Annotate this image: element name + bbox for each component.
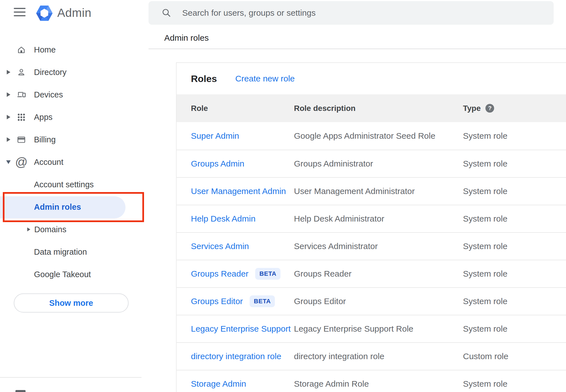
- divider: [0, 377, 142, 378]
- role-link[interactable]: Services Admin: [191, 241, 249, 251]
- role-type: System role: [463, 379, 507, 389]
- role-type: System role: [463, 159, 507, 168]
- sidebar-item-data-migration[interactable]: Data migration: [0, 241, 149, 263]
- role-link[interactable]: Groups Editor: [191, 297, 243, 306]
- apps-icon: [17, 112, 26, 122]
- sidebar-item-admin-roles[interactable]: Admin roles: [0, 196, 149, 218]
- breadcrumb: Admin roles: [164, 33, 209, 43]
- table-row[interactable]: Groups Editor BETA Groups Editor System …: [177, 287, 566, 315]
- devices-icon: [17, 90, 26, 100]
- role-type: System role: [463, 324, 507, 334]
- table-row[interactable]: Groups Reader BETA Groups Reader System …: [177, 260, 566, 287]
- beta-badge: BETA: [250, 295, 275, 307]
- role-link[interactable]: Groups Reader: [191, 269, 248, 279]
- admin-console-screen: { "topbar": { "app_name": "Admin" }, "se…: [0, 0, 566, 392]
- person-icon: [17, 67, 26, 77]
- sidebar-item-account[interactable]: @ Account: [0, 151, 149, 173]
- table-row[interactable]: directory integration role directory int…: [177, 342, 566, 370]
- expand-arrow-icon[interactable]: [5, 115, 12, 119]
- home-icon: [17, 45, 26, 55]
- role-description: Groups Editor: [294, 297, 346, 306]
- show-more-button[interactable]: Show more: [14, 293, 129, 313]
- table-header-row: Role Role description Type ?: [177, 94, 566, 122]
- role-link[interactable]: directory integration role: [191, 352, 281, 361]
- column-header-description: Role description: [294, 104, 355, 113]
- role-type: System role: [463, 269, 507, 279]
- sidebar-item-billing[interactable]: Billing: [0, 128, 149, 151]
- table-row[interactable]: Groups Admin Groups Administrator System…: [177, 150, 566, 177]
- role-type: System role: [463, 131, 507, 141]
- roles-table-body: Super Admin Google Apps Administrator Se…: [177, 122, 566, 392]
- sidebar-item-apps[interactable]: Apps: [0, 106, 149, 128]
- sidebar-item-directory[interactable]: Directory: [0, 61, 149, 83]
- billing-icon: [17, 135, 26, 145]
- expand-arrow-icon[interactable]: [5, 137, 12, 142]
- menu-bar: [14, 8, 26, 9]
- role-type: Custom role: [463, 352, 508, 361]
- search-icon: [161, 8, 172, 18]
- search-input[interactable]: [182, 8, 519, 18]
- role-link[interactable]: User Management Admin: [191, 186, 286, 196]
- table-row[interactable]: Legacy Enterprise Support Legacy Enterpr…: [177, 315, 566, 342]
- roles-card-header: Roles Create new role: [177, 63, 566, 94]
- role-description: Groups Reader: [294, 269, 352, 279]
- sidebar-item-devices[interactable]: Devices: [0, 83, 149, 106]
- sidebar-item-account-settings[interactable]: Account settings: [0, 173, 149, 196]
- menu-bar: [14, 12, 26, 13]
- role-type: System role: [463, 241, 507, 251]
- menu-icon[interactable]: [14, 8, 26, 16]
- table-row[interactable]: Help Desk Admin Help Desk Administrator …: [177, 205, 566, 232]
- role-description: User Management Administrator: [294, 186, 415, 196]
- role-description: directory integration role: [294, 352, 384, 361]
- app-title: Admin: [57, 6, 92, 20]
- expand-arrow-icon[interactable]: [27, 227, 31, 231]
- expand-arrow-icon[interactable]: [5, 92, 12, 97]
- role-link[interactable]: Legacy Enterprise Support: [191, 324, 291, 334]
- role-link[interactable]: Help Desk Admin: [191, 214, 255, 224]
- at-icon: @: [17, 157, 26, 167]
- table-row[interactable]: User Management Admin User Management Ad…: [177, 177, 566, 205]
- role-description: Storage Admin Role: [294, 379, 369, 389]
- sidebar: Home Directory Devices: [0, 38, 149, 286]
- column-header-role: Role: [191, 104, 208, 113]
- column-header-type: Type: [463, 104, 481, 113]
- table-row[interactable]: Services Admin Services Administrator Sy…: [177, 232, 566, 260]
- role-description: Services Administrator: [294, 241, 378, 251]
- sidebar-item-home[interactable]: Home: [0, 38, 149, 61]
- table-row[interactable]: Storage Admin Storage Admin Role System …: [177, 370, 566, 392]
- role-description: Help Desk Administrator: [294, 214, 384, 224]
- sidebar-item-google-takeout[interactable]: Google Takeout: [0, 263, 149, 286]
- role-type: System role: [463, 186, 507, 196]
- beta-badge: BETA: [255, 268, 280, 280]
- role-description: Google Apps Administrator Seed Role: [294, 131, 435, 141]
- role-type: System role: [463, 297, 507, 306]
- collapse-arrow-icon[interactable]: [5, 160, 12, 164]
- role-type: System role: [463, 214, 507, 224]
- role-description: Legacy Enterprise Support Role: [294, 324, 413, 334]
- table-row[interactable]: Super Admin Google Apps Administrator Se…: [177, 122, 566, 150]
- role-description: Groups Administrator: [294, 159, 373, 168]
- admin-logo-icon[interactable]: [36, 4, 53, 22]
- help-icon[interactable]: ?: [485, 104, 494, 113]
- cut-off-icon: [15, 390, 26, 392]
- roles-card: Roles Create new role Role Role descript…: [176, 62, 566, 392]
- menu-bar: [14, 15, 26, 16]
- divider: [149, 49, 566, 49]
- search-bar[interactable]: [149, 1, 554, 25]
- expand-arrow-icon[interactable]: [5, 70, 12, 74]
- role-link[interactable]: Super Admin: [191, 131, 239, 141]
- create-new-role-link[interactable]: Create new role: [235, 74, 295, 83]
- card-title: Roles: [191, 73, 217, 84]
- role-link[interactable]: Groups Admin: [191, 159, 244, 168]
- sidebar-item-domains[interactable]: Domains: [0, 218, 149, 241]
- role-link[interactable]: Storage Admin: [191, 379, 246, 389]
